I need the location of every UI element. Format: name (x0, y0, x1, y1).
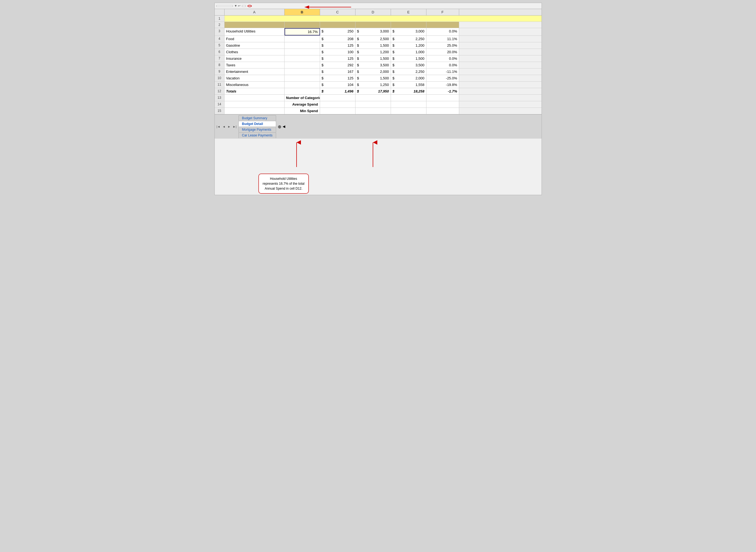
row-num-12: 12 (215, 88, 224, 95)
cell-e5[interactable]: $1,200 (391, 42, 426, 48)
bottom-callout-area: Household Utilities represents 16.7% of … (215, 140, 542, 194)
cell-a9[interactable]: Entertainment (224, 68, 285, 75)
cell-a4[interactable]: Food (224, 36, 285, 42)
cell-b15[interactable]: Min Spend (285, 108, 320, 114)
cell-a10[interactable]: Vacation (224, 75, 285, 81)
cell-d4[interactable]: $2,500 (355, 36, 391, 42)
cell-e12[interactable]: $18,258 (391, 88, 426, 95)
tab-navigation[interactable]: |◄ ◄ ► ►| (216, 124, 238, 129)
cell-a14[interactable] (224, 101, 285, 108)
undo-icon[interactable]: ▼ ↩ (235, 4, 241, 8)
cell-f14[interactable] (426, 101, 459, 108)
cell-reference-box[interactable] (216, 5, 233, 7)
cell-b14[interactable]: Average Spend (285, 101, 320, 108)
cell-c7[interactable]: $125 (320, 55, 355, 62)
cell-a13[interactable] (224, 95, 285, 101)
cell-f9[interactable]: -11.1% (426, 68, 459, 75)
tab-nav-next[interactable]: ► (227, 124, 232, 129)
cell-d14[interactable] (355, 101, 391, 108)
cell-e9[interactable]: $2,250 (391, 68, 426, 75)
cell-b6[interactable] (285, 49, 320, 55)
col-header-a[interactable]: A (224, 9, 285, 15)
col-header-d[interactable]: D (355, 9, 391, 15)
cell-f3[interactable]: 0.0% (426, 28, 459, 35)
cell-e13[interactable] (391, 95, 426, 101)
cell-d11[interactable]: $1,250 (355, 82, 391, 88)
cell-f12[interactable]: -1.7% (426, 88, 459, 95)
tab-nav-prev[interactable]: ◄ (221, 124, 226, 129)
cell-c3[interactable]: $250 (320, 28, 355, 35)
col-header-f[interactable]: F (426, 9, 459, 15)
cell-d15[interactable] (355, 108, 391, 114)
cell-e8[interactable]: $3,500 (391, 62, 426, 68)
cell-e4[interactable]: $2,250 (391, 36, 426, 42)
cell-f7[interactable]: 0.0% (426, 55, 459, 62)
cell-a11[interactable]: Miscellaneous (224, 82, 285, 88)
cell-b4[interactable] (285, 36, 320, 42)
cell-c9[interactable]: $167 (320, 68, 355, 75)
cell-c10[interactable]: $125 (320, 75, 355, 81)
cell-e10[interactable]: $2,000 (391, 75, 426, 81)
tab-nav-last[interactable]: ►| (232, 124, 238, 129)
cell-b7[interactable] (285, 55, 320, 62)
cell-a3[interactable]: Household Utilities (224, 28, 285, 35)
add-sheet-icon[interactable]: ⊕ (278, 124, 281, 129)
cell-b9[interactable] (285, 68, 320, 75)
tab-nav-first[interactable]: |◄ (216, 124, 221, 129)
cell-c15[interactable] (320, 108, 355, 114)
title-cell-merged[interactable] (224, 16, 542, 22)
cell-e3[interactable]: $3,000 (391, 28, 426, 35)
cell-c4[interactable]: $208 (320, 36, 355, 42)
cell-f15[interactable] (426, 108, 459, 114)
cell-c14[interactable] (320, 101, 355, 108)
cell-b12[interactable] (285, 88, 320, 95)
cell-d9[interactable]: $2,000 (355, 68, 391, 75)
cell-d3[interactable]: $3,000 (355, 28, 391, 35)
cell-d13[interactable] (355, 95, 391, 101)
cell-c6[interactable]: $100 (320, 49, 355, 55)
cell-f10[interactable]: -25.0% (426, 75, 459, 81)
cell-b11[interactable] (285, 82, 320, 88)
cell-a6[interactable]: Clothes (224, 49, 285, 55)
cell-b10[interactable] (285, 75, 320, 81)
cell-d7[interactable]: $1,500 (355, 55, 391, 62)
sheet-tab-budget-detail[interactable]: Budget Detail (239, 121, 276, 127)
cell-e11[interactable]: $1,558 (391, 82, 426, 88)
scroll-right-icon[interactable]: ◄ (282, 124, 286, 129)
sheet-tab-budget-summary[interactable]: Budget Summary (239, 115, 276, 121)
cell-d12[interactable]: $17,950 (355, 88, 391, 95)
cell-d10[interactable]: $1,500 (355, 75, 391, 81)
cell-a15[interactable] (224, 108, 285, 114)
cell-a5[interactable]: Gasoline (224, 42, 285, 48)
cell-e15[interactable] (391, 108, 426, 114)
cell-b3[interactable]: 16.7% (285, 28, 320, 35)
cell-d5[interactable]: $1,500 (355, 42, 391, 48)
cell-f8[interactable]: 0.0% (426, 62, 459, 68)
cell-d6[interactable]: $1,200 (355, 49, 391, 55)
sheet-tab-car-lease-payments[interactable]: Car Lease Payments (239, 132, 276, 138)
cell-a12[interactable]: Totals (224, 88, 285, 95)
cell-f6[interactable]: 20.0% (426, 49, 459, 55)
cell-d8[interactable]: $3,500 (355, 62, 391, 68)
col-header-e[interactable]: E (391, 9, 426, 15)
cell-e7[interactable]: $1,500 (391, 55, 426, 62)
cell-b8[interactable] (285, 62, 320, 68)
row-num-15: 15 (215, 108, 224, 114)
cell-f13[interactable] (426, 95, 459, 101)
cell-b5[interactable] (285, 42, 320, 48)
cell-f5[interactable]: 25.0% (426, 42, 459, 48)
cell-c11[interactable]: $104 (320, 82, 355, 88)
cell-e14[interactable] (391, 101, 426, 108)
cell-f4[interactable]: 11.1% (426, 36, 459, 42)
cell-c13[interactable] (320, 95, 355, 101)
totals-row: 12 Totals $1,496 $17,950 $18,258 -1.7% (215, 88, 542, 95)
sheet-tab-mortgage-payments[interactable]: Mortgage Payments (239, 127, 276, 132)
cell-a7[interactable]: Insurance (224, 55, 285, 62)
cell-b13[interactable]: Number of Categories (285, 95, 320, 101)
cell-e6[interactable]: $1,000 (391, 49, 426, 55)
cell-c8[interactable]: $292 (320, 62, 355, 68)
cell-f11[interactable]: -19.8% (426, 82, 459, 88)
cell-a8[interactable]: Taxes (224, 62, 285, 68)
cell-c12[interactable]: $1,496 (320, 88, 355, 95)
cell-c5[interactable]: $125 (320, 42, 355, 48)
